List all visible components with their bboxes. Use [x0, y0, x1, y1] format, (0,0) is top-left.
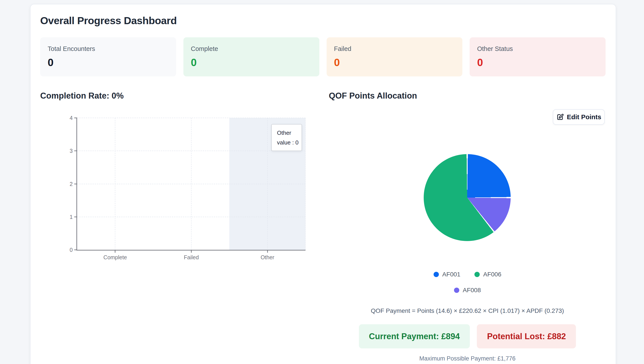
y-axis-tick	[74, 216, 77, 217]
y-axis-tick-label: 4	[70, 115, 73, 121]
page-title: Overall Progress Dashboard	[40, 14, 177, 26]
stat-label: Failed	[334, 45, 455, 52]
x-axis-label: Failed	[184, 254, 199, 260]
chart-tooltip: Other value : 0	[271, 124, 302, 151]
legend-label: AF006	[483, 271, 501, 278]
legend-dot-af008	[454, 288, 459, 293]
legend-dot-af001	[434, 272, 439, 277]
stat-label: Complete	[191, 45, 312, 52]
current-payment-badge: Current Payment: £894	[359, 324, 470, 348]
max-payment-note: Maximum Possible Payment: £1,776	[329, 355, 606, 362]
stat-card-other-status: Other Status 0	[470, 37, 605, 76]
legend-item-af001[interactable]: AF001	[434, 271, 461, 278]
gridline-vertical	[191, 118, 192, 250]
legend-item-af006[interactable]: AF006	[474, 271, 501, 278]
tooltip-category: Other	[277, 128, 302, 138]
gridline-vertical	[305, 118, 306, 250]
stat-card-total-encounters: Total Encounters 0	[40, 37, 176, 76]
stat-label: Total Encounters	[48, 45, 169, 52]
stat-value: 0	[477, 56, 598, 68]
qof-pie-chart[interactable]	[424, 154, 511, 241]
stat-value: 0	[334, 56, 455, 68]
legend-row: AF001 AF006	[434, 271, 501, 278]
x-axis-tick	[191, 250, 192, 253]
qof-payment-formula: QOF Payment = Points (14.6) × £220.62 × …	[329, 307, 606, 314]
x-axis-tick	[115, 250, 116, 253]
y-axis-tick	[74, 184, 77, 184]
edit-points-label: Edit Points	[567, 113, 601, 121]
gridline-vertical	[115, 118, 115, 250]
completion-bar-chart[interactable]: Other value : 0 01234CompleteFailedOther	[77, 118, 306, 250]
stat-card-complete: Complete 0	[183, 37, 319, 76]
y-axis-tick	[74, 250, 77, 250]
edit-pencil-icon	[556, 113, 564, 121]
x-axis-label: Other	[261, 254, 274, 260]
legend-row: AF008	[454, 287, 481, 294]
y-axis-tick-label: 0	[70, 247, 73, 253]
stats-row: Total Encounters 0 Complete 0 Failed 0 O…	[40, 37, 605, 76]
y-axis-tick	[74, 150, 77, 151]
stat-card-failed: Failed 0	[327, 37, 463, 76]
potential-lost-badge: Potential Lost: £882	[477, 324, 576, 348]
pie-legend: AF001 AF006 AF008	[329, 271, 606, 294]
stat-value: 0	[191, 56, 312, 68]
legend-label: AF001	[442, 271, 461, 278]
payment-summary-row: Current Payment: £894 Potential Lost: £8…	[329, 324, 606, 348]
legend-dot-af006	[474, 272, 480, 277]
stat-value: 0	[48, 56, 169, 68]
gridline-vertical	[267, 118, 268, 250]
legend-label: AF008	[463, 287, 481, 294]
tooltip-value: value : 0	[277, 138, 302, 147]
x-axis-tick	[267, 250, 268, 253]
completion-rate-title: Completion Rate: 0%	[40, 91, 124, 100]
qof-allocation-title: QOF Points Allocation	[329, 91, 417, 100]
dashboard-screen: Overall Progress Dashboard Total Encount…	[0, 0, 644, 364]
y-axis-tick	[74, 118, 77, 118]
x-axis-label: Complete	[104, 254, 127, 260]
legend-item-af008[interactable]: AF008	[454, 287, 481, 294]
y-axis-tick-label: 1	[70, 214, 73, 220]
stat-label: Other Status	[477, 45, 598, 52]
edit-points-button[interactable]: Edit Points	[553, 109, 605, 125]
y-axis-tick-label: 3	[70, 148, 73, 154]
y-axis-tick-label: 2	[70, 181, 73, 187]
